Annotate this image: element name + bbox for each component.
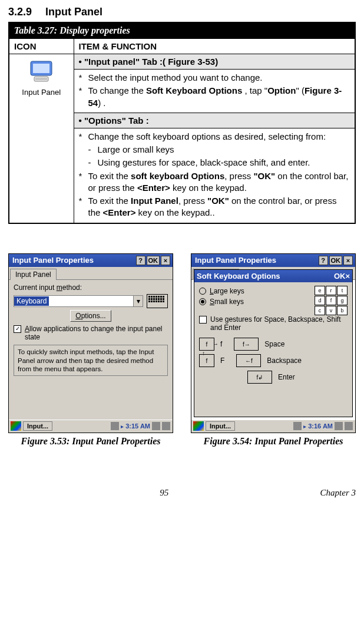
taskbar: Input... ▸ 3:15 AM — [9, 420, 173, 433]
section-title: Input Panel — [45, 6, 102, 18]
tray-icon[interactable] — [111, 422, 119, 430]
keyboard-icon — [147, 294, 168, 308]
figure-3-54: Input Panel Properties ? OK × Input Pane… — [191, 253, 356, 447]
svg-rect-1 — [33, 64, 49, 73]
close-button[interactable]: × — [345, 272, 350, 280]
gesture-shift-label: F — [220, 357, 224, 365]
tray-icon[interactable] — [152, 422, 160, 430]
body-input-panel: *Select the input method you want to cha… — [74, 70, 355, 113]
dialog-titlebar: Soft Keyboard Options OK × — [194, 270, 352, 282]
input-method-combo[interactable]: Keyboard ▾ — [14, 295, 143, 307]
soft-keyboard-dialog: Soft Keyboard Options OK × Large keys Sm… — [194, 269, 353, 417]
dialog-body: Large keys Small keys ert dfg cvb Use ge… — [194, 282, 352, 417]
window-input-panel-properties: Input Panel Properties ? OK × Input Pane… — [8, 253, 173, 433]
radio-icon[interactable] — [199, 298, 206, 305]
info-box: To quickly switch input methods, tap the… — [14, 345, 168, 376]
checkbox-icon[interactable]: ✓ — [14, 325, 21, 333]
window-title: Input Panel Properties — [11, 256, 135, 265]
tray-arrow-icon[interactable]: ▸ — [121, 423, 124, 430]
allow-apps-label: Allow applications to change the input p… — [25, 325, 168, 342]
gesture-space-label: Space — [264, 340, 284, 348]
gesture-enter-label: Enter — [278, 373, 295, 381]
titlebar: Input Panel Properties ? OK × — [9, 254, 173, 267]
taskbar-app[interactable]: Input... — [23, 421, 52, 431]
tray-icon[interactable] — [335, 422, 343, 430]
section-heading: 3.2.9 Input Panel — [8, 6, 356, 18]
tab-input-panel[interactable]: Input Panel — [10, 269, 57, 280]
icon-label: Input Panel — [12, 88, 71, 97]
tray-icon[interactable] — [293, 422, 302, 430]
page-footer: 95 Chapter 3 — [8, 488, 356, 498]
table-title: Table 3.27: Display properties — [9, 22, 355, 39]
use-gestures-label: Use gestures for Space, Backspace, Shift… — [210, 315, 348, 332]
start-icon[interactable] — [11, 421, 21, 431]
figure-caption: Figure 3.54: Input Panel Properties — [191, 435, 356, 447]
key-preview-icon: ert dfg cvb — [315, 286, 348, 315]
input-panel-icon — [27, 59, 55, 84]
checkbox-icon[interactable] — [199, 316, 207, 324]
close-button[interactable]: × — [161, 256, 170, 265]
radio-icon[interactable] — [199, 288, 206, 295]
tray-icon[interactable] — [345, 422, 353, 430]
tray-icon[interactable] — [162, 422, 170, 430]
chevron-down-icon[interactable]: ▾ — [133, 296, 143, 306]
body-options: *Change the soft keyboard options as des… — [74, 128, 355, 223]
gesture-shift-icon: f↑ — [199, 354, 214, 367]
tabstrip: Input Panel — [9, 267, 173, 280]
help-button[interactable]: ? — [319, 256, 328, 265]
ok-button[interactable]: OK — [329, 256, 343, 265]
dialog-title: Soft Keyboard Options — [197, 272, 334, 280]
col-icon-header: ICON — [9, 39, 74, 54]
taskbar-time: 3:16 AM — [308, 423, 333, 430]
ok-button[interactable]: OK — [147, 256, 160, 265]
options-button[interactable]: Options... — [70, 310, 111, 322]
col-func-header: ITEM & FUNCTION — [74, 39, 355, 54]
help-button[interactable]: ? — [136, 256, 145, 265]
titlebar-back: Input Panel Properties ? OK × — [191, 254, 355, 267]
taskbar-app[interactable]: Input... — [206, 421, 235, 431]
ok-button[interactable]: OK — [334, 272, 346, 280]
figure-3-53: Input Panel Properties ? OK × Input Pane… — [8, 253, 173, 447]
start-icon[interactable] — [193, 421, 204, 431]
client-area: Current input method: Keyboard ▾ Options… — [9, 280, 173, 420]
page-number: 95 — [160, 488, 168, 498]
gesture-enter-icon: f↲ — [247, 371, 272, 384]
gesture-f-label: f — [220, 340, 222, 348]
gesture-f-icon: f→ — [199, 338, 214, 351]
figure-caption: Figure 3.53: Input Panel Properties — [8, 435, 173, 447]
tray-arrow-icon[interactable]: ▸ — [303, 423, 306, 430]
use-gestures-checkbox-row[interactable]: Use gestures for Space, Backspace, Shift… — [199, 315, 348, 332]
gesture-area: f→ f f→ Space f↑ F ←f Backspace — [199, 338, 348, 384]
icon-cell: Input Panel — [9, 54, 74, 223]
window-soft-keyboard-options: Input Panel Properties ? OK × Input Pane… — [191, 253, 356, 433]
taskbar: Input... ▸ 3:16 AM — [191, 420, 355, 433]
section-number: 3.2.9 — [8, 6, 32, 18]
tab-options: • "Options" Tab : — [74, 113, 355, 128]
taskbar-time: 3:15 AM — [125, 423, 150, 430]
gesture-space-icon: f→ — [234, 338, 259, 351]
properties-table: Table 3.27: Display properties ICON ITEM… — [8, 22, 356, 224]
window-title-back: Input Panel Properties — [194, 256, 317, 265]
gesture-backspace-icon: ←f — [236, 354, 261, 367]
allow-apps-checkbox-row[interactable]: ✓ Allow applications to change the input… — [14, 325, 168, 342]
combo-selected: Keyboard — [14, 296, 49, 306]
chapter-label: Chapter 3 — [320, 488, 356, 498]
label-current-method: Current input method: — [14, 283, 168, 292]
tab-input-panel: • "Input panel" Tab :( Figure 3-53) — [74, 54, 355, 70]
gesture-backspace-label: Backspace — [267, 357, 302, 365]
close-button[interactable]: × — [343, 256, 353, 265]
